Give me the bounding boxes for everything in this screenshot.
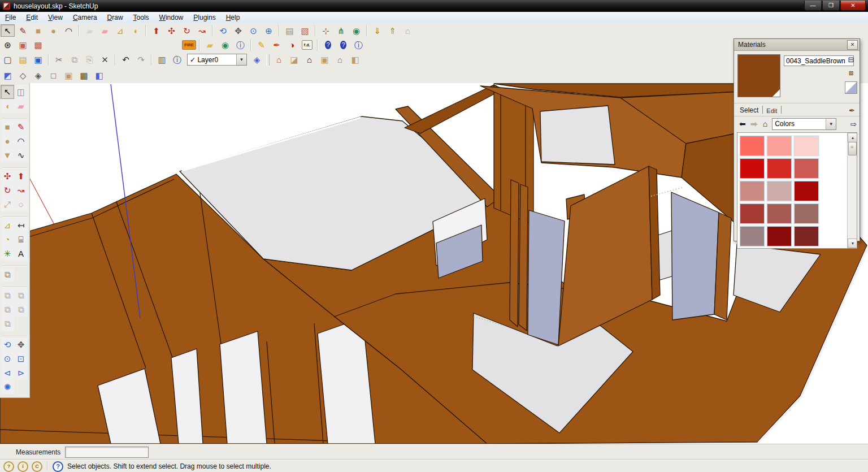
view-back-button-button[interactable]: ◧ (348, 54, 362, 66)
menu-tools[interactable]: Tools (128, 12, 154, 23)
view-side-button-button[interactable]: ◪ (287, 54, 301, 66)
hidden-line-style-button-button[interactable]: □ (46, 69, 60, 81)
color-swatch[interactable] (767, 158, 792, 179)
menu-plugins[interactable]: Plugins (188, 12, 220, 23)
eyedropper-icon[interactable]: ✒ (849, 106, 855, 115)
rectangle-tool-button[interactable]: ■ (1, 120, 14, 134)
color-swatch[interactable] (740, 181, 765, 201)
view-iso-button-button[interactable]: ⌂ (272, 54, 286, 66)
menu-edit[interactable]: Edit (21, 12, 43, 23)
section-plane-tool-button[interactable]: ▧ (298, 24, 312, 37)
tab-edit[interactable]: Edit (765, 106, 781, 116)
cut-button-button[interactable]: ✂ (52, 54, 66, 66)
axes-tool-button[interactable]: ✳ (1, 246, 14, 261)
zoom-window-tool-button[interactable]: ⊡ (14, 352, 28, 366)
polygon-tool-button[interactable]: ▼ (1, 148, 14, 162)
color-swatch[interactable] (767, 203, 792, 224)
info-purple-button-button[interactable]: ⓘ (233, 39, 248, 51)
geo-status-icon[interactable]: ? (3, 461, 14, 472)
protractor-tool-button[interactable]: ◖ (128, 24, 142, 37)
look-around-tool-button[interactable]: ⋔ (334, 24, 348, 37)
color-swatch[interactable] (767, 181, 792, 201)
zoom-extents-tool-button[interactable]: ⊕ (262, 24, 276, 37)
tape-measure-tool-button[interactable]: ⊿ (1, 218, 14, 232)
monochrome-style-button-button[interactable]: ◧ (92, 69, 106, 81)
make-component-tool-button[interactable]: ◫ (14, 85, 28, 99)
color-swatch[interactable] (740, 136, 765, 156)
details-arrow-icon[interactable]: ⇨ (850, 120, 857, 128)
follow-me-tool-button[interactable]: ↝ (14, 183, 28, 197)
help-button-button[interactable]: ? (321, 39, 335, 51)
offset-tool-button[interactable]: ◌ (14, 197, 28, 211)
push-pull-tool-button[interactable]: ⬆ (14, 169, 28, 183)
color-swatch[interactable] (767, 136, 792, 156)
print-button-button[interactable]: ▥ (155, 54, 169, 66)
contrast-plugin-button-button[interactable]: ◑ (285, 39, 299, 51)
select-tool-button[interactable]: ↖ (1, 85, 14, 99)
view-save-button-button[interactable]: ▣ (318, 54, 332, 66)
paste-button-button[interactable]: ⎘ (83, 54, 97, 66)
section-fill-tool-button[interactable]: ▤ (283, 24, 297, 37)
section-tool-1-button[interactable]: ⧉ (1, 288, 14, 302)
line-tool-button[interactable]: ✎ (16, 24, 30, 37)
line-tool-button[interactable]: ✎ (14, 120, 28, 134)
tab-select[interactable]: Select (739, 105, 762, 116)
section-tool-4-button[interactable]: ⧉ (14, 302, 28, 317)
color-swatch[interactable] (794, 136, 819, 156)
menu-file[interactable]: File (0, 12, 21, 23)
tape-measure-tool-button[interactable]: ⊿ (113, 24, 127, 37)
push-pull-tool-button[interactable]: ⬆ (149, 24, 163, 37)
layer-dropdown[interactable]: ✓ Layer0 ▼ (187, 54, 247, 66)
get-models-button-button[interactable]: ⇓ (370, 24, 384, 37)
undo-button-button[interactable]: ↶ (119, 54, 133, 66)
material-name-input[interactable] (784, 55, 854, 66)
zoom-tool-button[interactable]: ⊙ (1, 352, 14, 366)
pan-tool-button[interactable]: ✥ (14, 337, 28, 352)
scroll-up-icon[interactable]: ▲ (848, 133, 857, 142)
fd-plugin-button-button[interactable]: f.d. (300, 39, 314, 51)
arc-tool-button[interactable]: ◠ (14, 134, 28, 148)
move-tool-button[interactable]: ✣ (1, 169, 14, 183)
orbit-tool-button[interactable]: ⟲ (216, 24, 230, 37)
section-tool-3-button[interactable]: ⧉ (1, 302, 14, 317)
scrollbar-thumb[interactable] (848, 142, 857, 155)
new-button-button[interactable]: ▢ (1, 54, 15, 66)
color-swatch[interactable] (794, 226, 819, 246)
rotate-tool-button[interactable]: ↻ (180, 24, 194, 37)
credit-status-icon[interactable]: i (18, 461, 28, 472)
color-swatch[interactable] (794, 181, 819, 201)
section-cut-button-button[interactable]: ▩ (31, 39, 45, 51)
fire-plugin-button-button[interactable]: FIRE (182, 39, 196, 51)
restore-button[interactable]: ❐ (822, 1, 840, 11)
pan-tool-button[interactable]: ✥ (231, 24, 245, 37)
view-top-button-button[interactable]: ⌂ (333, 54, 347, 66)
section-tool-5-button[interactable]: ⧉ (1, 317, 14, 331)
create-material-icon[interactable]: ⧈ (846, 68, 856, 78)
instructor-button-button[interactable]: ⓘ (351, 39, 366, 51)
home-icon[interactable]: ⌂ (763, 119, 767, 128)
help-circle-icon[interactable]: ? (53, 461, 63, 472)
color-swatch[interactable] (740, 203, 765, 224)
textured-style-button-button[interactable]: ▦ (77, 69, 91, 81)
copy-button-button[interactable]: ⧉ (67, 54, 81, 66)
position-camera-tool-button[interactable]: ⊹ (319, 24, 333, 37)
orbit-tool-button[interactable]: ⟲ (1, 337, 14, 352)
menu-camera[interactable]: Camera (68, 12, 102, 23)
eraser-tool-button[interactable]: ▰ (14, 99, 28, 113)
protractor-tool-button[interactable]: ◔ (1, 232, 14, 246)
secondary-pane-icon[interactable]: ⊟ (846, 54, 856, 64)
view-front-button-button[interactable]: ⌂ (302, 54, 316, 66)
dimensions-tool-button[interactable]: ↤ (14, 218, 28, 232)
delete-button-button[interactable]: ✕ (98, 54, 112, 66)
layer-manager-button[interactable]: ◈ (250, 54, 264, 66)
minimize-button[interactable]: — (804, 1, 822, 11)
paint-bucket-tool-button[interactable]: ▰ (98, 24, 112, 37)
collection-dropdown[interactable]: Colors ▼ (772, 118, 836, 130)
menu-window[interactable]: Window (154, 12, 189, 23)
color-swatch[interactable] (767, 226, 792, 246)
forward-arrow-icon[interactable]: ⮕ (750, 119, 758, 129)
materials-panel-titlebar[interactable]: Materials ✕ (734, 39, 860, 51)
rotate-tool-button[interactable]: ↻ (1, 183, 14, 197)
menu-view[interactable]: View (43, 12, 68, 23)
swatch-scrollbar[interactable]: ▲ ▼ (847, 133, 857, 248)
